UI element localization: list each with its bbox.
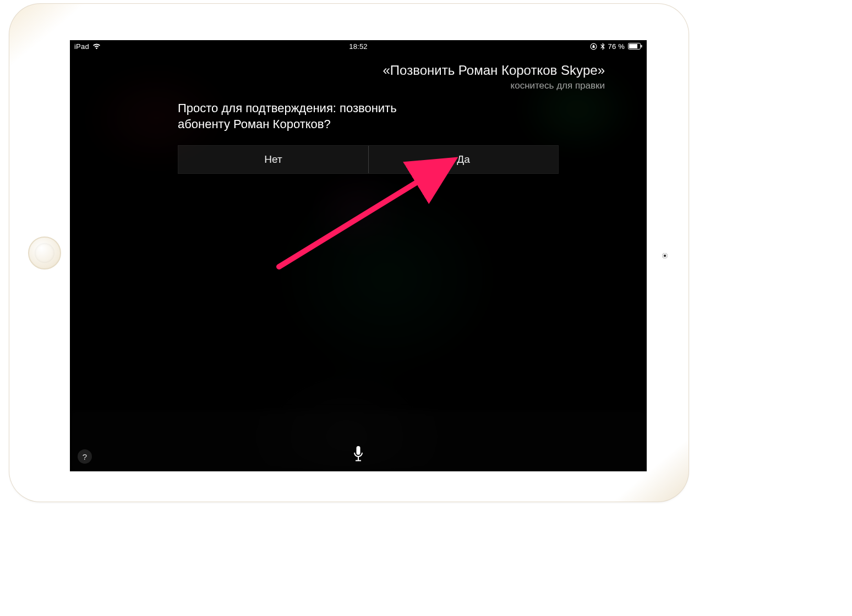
siri-confirmation: Просто для подтверждения: позвонить абон… (178, 101, 559, 174)
siri-help-button[interactable]: ? (78, 449, 92, 464)
siri-user-phrase[interactable]: «Позвонить Роман Коротков Skype» косните… (383, 63, 605, 91)
home-button[interactable] (28, 237, 61, 270)
front-camera (662, 253, 668, 258)
status-bar: iPad 18:52 76 % (70, 40, 647, 52)
no-button[interactable]: Нет (178, 146, 368, 173)
svg-rect-4 (357, 446, 361, 455)
screen: iPad 18:52 76 % «П (70, 40, 647, 471)
microphone-icon (353, 446, 364, 464)
siri-user-phrase-text: «Позвонить Роман Коротков Skype» (383, 63, 605, 78)
bluetooth-icon (600, 43, 605, 50)
device-label: iPad (74, 42, 89, 51)
svg-rect-2 (629, 44, 637, 48)
siri-confirmation-buttons: Нет Да (178, 145, 559, 174)
svg-rect-3 (641, 45, 642, 48)
siri-confirmation-text: Просто для подтверждения: позвонить абон… (178, 101, 431, 132)
siri-mic-button[interactable] (347, 444, 369, 466)
battery-icon (628, 43, 642, 50)
yes-button[interactable]: Да (368, 146, 558, 173)
clock: 18:52 (349, 42, 368, 51)
orientation-lock-icon (590, 43, 597, 50)
siri-tap-to-edit-hint: коснитесь для правки (383, 80, 605, 91)
battery-percent: 76 % (608, 42, 625, 51)
wifi-icon (92, 43, 101, 50)
ipad-frame: iPad 18:52 76 % «П (9, 4, 689, 502)
